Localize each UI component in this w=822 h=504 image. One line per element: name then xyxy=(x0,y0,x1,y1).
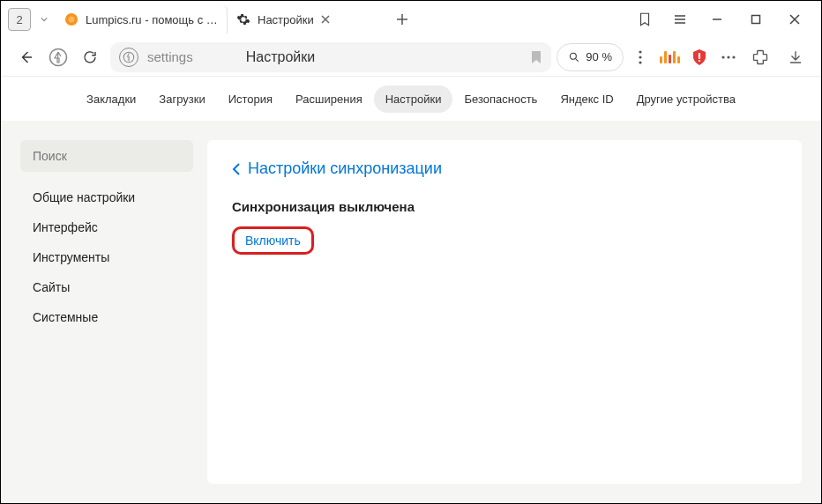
settings-tab-extensions[interactable]: Расширения xyxy=(284,85,374,113)
settings-tab-security[interactable]: Безопасность xyxy=(452,85,549,113)
window-controls xyxy=(627,2,814,37)
settings-tab-bookmarks[interactable]: Закладки xyxy=(75,85,147,113)
kebab-menu[interactable] xyxy=(629,42,652,72)
window-maximize[interactable] xyxy=(736,2,775,37)
new-tab-button[interactable] xyxy=(390,7,415,32)
readinglist-icon[interactable] xyxy=(627,2,662,37)
tab-title: Lumpics.ru - помощь с ком xyxy=(86,13,218,26)
svg-point-7 xyxy=(639,56,641,58)
breadcrumb-back[interactable]: Настройки синхронизации xyxy=(232,159,777,178)
site-icon xyxy=(119,48,138,67)
svg-rect-2 xyxy=(752,16,760,24)
settings-sidebar: Поиск Общие настройки Интерфейс Инструме… xyxy=(20,140,193,484)
more-dots[interactable] xyxy=(717,42,740,72)
tab-counter[interactable]: 2 xyxy=(8,8,31,31)
extensions-icon[interactable] xyxy=(745,42,775,72)
adblock-icon[interactable] xyxy=(687,45,712,70)
window-minimize[interactable] xyxy=(698,2,736,37)
tab-close-icon[interactable] xyxy=(321,15,330,24)
tab-bar: 2 Lumpics.ru - помощь с ком Настройки xyxy=(1,1,821,38)
svg-point-5 xyxy=(571,53,577,59)
settings-tab-downloads[interactable]: Загрузки xyxy=(147,85,216,113)
menu-icon[interactable] xyxy=(662,2,698,37)
alice-icon[interactable] xyxy=(657,45,682,70)
sidebar-item-sites[interactable]: Сайты xyxy=(20,272,193,302)
svg-point-9 xyxy=(721,56,724,58)
address-path: settings xyxy=(147,49,193,64)
svg-point-1 xyxy=(69,17,75,23)
settings-content: Поиск Общие настройки Интерфейс Инструме… xyxy=(1,121,821,503)
sync-enable-button[interactable]: Включить xyxy=(232,226,314,255)
magnifier-icon xyxy=(568,51,580,63)
window-close[interactable] xyxy=(775,2,814,37)
bookmark-icon[interactable] xyxy=(530,50,542,64)
downloads-icon[interactable] xyxy=(781,42,811,72)
address-field[interactable]: settings Настройки xyxy=(110,42,551,72)
chevron-left-icon xyxy=(232,163,241,175)
zoom-value: 90 % xyxy=(586,50,612,63)
settings-tabs: Закладки Загрузки История Расширения Нас… xyxy=(1,77,821,121)
tab-counter-chevron[interactable] xyxy=(38,16,50,23)
settings-tab-yandexid[interactable]: Яндекс ID xyxy=(549,85,624,113)
sidebar-item-tools[interactable]: Инструменты xyxy=(20,242,193,272)
yandex-icon[interactable] xyxy=(47,42,70,72)
back-button[interactable] xyxy=(11,42,41,72)
settings-search-input[interactable]: Поиск xyxy=(20,140,193,172)
reload-button[interactable] xyxy=(75,42,105,72)
tab-settings[interactable]: Настройки xyxy=(228,5,386,33)
zoom-indicator[interactable]: 90 % xyxy=(557,43,624,71)
svg-point-10 xyxy=(727,56,729,58)
sync-status-title: Синхронизация выключена xyxy=(232,199,777,214)
sidebar-item-system[interactable]: Системные xyxy=(20,302,193,332)
sidebar-item-interface[interactable]: Интерфейс xyxy=(20,212,193,242)
tab-lumpics[interactable]: Lumpics.ru - помощь с ком xyxy=(56,5,228,33)
breadcrumb-title: Настройки синхронизации xyxy=(248,159,442,178)
sidebar-item-general[interactable]: Общие настройки xyxy=(20,182,193,212)
settings-tab-history[interactable]: История xyxy=(217,85,284,113)
settings-tab-settings[interactable]: Настройки xyxy=(374,85,453,113)
address-title: Настройки xyxy=(246,49,315,65)
svg-point-8 xyxy=(639,61,641,63)
tab-title: Настройки xyxy=(258,13,314,26)
address-bar: settings Настройки 90 % xyxy=(1,38,821,77)
svg-point-6 xyxy=(639,50,641,53)
settings-tab-otherdevices[interactable]: Другие устройства xyxy=(625,85,747,113)
tab-favicon-lumpics xyxy=(64,12,78,26)
svg-point-11 xyxy=(732,56,735,58)
settings-main-panel: Настройки синхронизации Синхронизация вы… xyxy=(207,140,802,484)
gear-icon xyxy=(236,12,250,26)
